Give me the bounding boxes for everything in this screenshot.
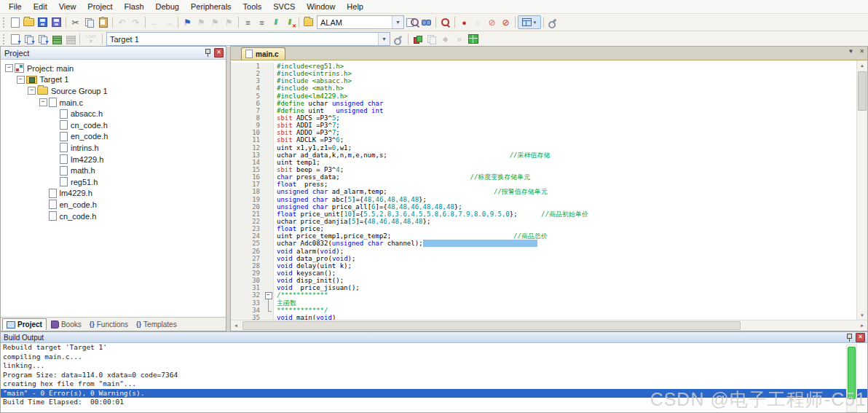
indent-button[interactable]: ≡ [255, 16, 269, 28]
pin-icon[interactable] [205, 49, 211, 57]
menu-debug[interactable]: Debug [150, 1, 185, 12]
new-file-button[interactable] [8, 16, 22, 28]
manage-rte-button[interactable] [411, 33, 425, 45]
scroll-right-icon[interactable]: ► [857, 320, 867, 331]
find-in-files-dialog-button[interactable] [438, 16, 452, 28]
pack-installer-button[interactable] [466, 33, 480, 45]
menu-flash[interactable]: Flash [119, 1, 150, 12]
code-line-28[interactable]: 28void delay(uint k); [231, 262, 857, 270]
navigate-forward-button[interactable]: → [162, 16, 175, 28]
code-line-13[interactable]: 13uchar ad_data,k,n,m,e,num,s; //采样值存储 [231, 152, 857, 159]
code-line-23[interactable]: 23float price; [231, 225, 857, 232]
panel-tab-project[interactable]: Project [2, 318, 47, 330]
code-area[interactable]: 1#include<reg51.h>2#include<intrins.h>3#… [231, 60, 867, 320]
menu-peripherals[interactable]: Peripherals [185, 1, 237, 12]
code-line-33[interactable]: 33主函数 [231, 299, 857, 307]
code-line-4[interactable]: 4#include <math.h> [231, 84, 857, 92]
menu-edit[interactable]: Edit [28, 1, 53, 12]
tab-main-c[interactable]: main.c [241, 47, 285, 60]
expander-icon[interactable]: − [5, 64, 13, 72]
code-line-8[interactable]: 8sbit ADCS =P3^5; [231, 114, 857, 122]
scroll-up-icon[interactable]: ▲ [857, 60, 867, 70]
build-button[interactable]: ▼ [22, 33, 36, 45]
expander-icon[interactable]: − [17, 76, 25, 84]
code-line-26[interactable]: 26void alarm(void); [231, 248, 857, 255]
tree-item-source-group-1[interactable]: −Source Group 1 [1, 85, 226, 97]
find-button[interactable] [406, 16, 419, 28]
close-tab-icon[interactable]: ✕ [859, 48, 864, 55]
select-software-packs-button[interactable]: ◆ [438, 33, 452, 45]
tree-item-target-1[interactable]: −Target 1 [1, 74, 226, 86]
expander-icon[interactable]: − [39, 98, 47, 106]
file-extensions-button[interactable]: » [452, 33, 466, 45]
options-for-target-button[interactable] [392, 33, 406, 45]
uncomment-button[interactable]: //✕ [283, 16, 296, 28]
search-dropdown-button[interactable]: ▼ [392, 16, 403, 28]
code-line-31[interactable]: 31void price_jisuan(); [231, 284, 857, 291]
code-line-9[interactable]: 9sbit ADDI =P3^7; [231, 122, 857, 129]
menu-svcs[interactable]: SVCS [267, 1, 301, 12]
code-line-5[interactable]: 5#include<lm4229.h> [231, 93, 857, 100]
code-line-6[interactable]: 6#define uchar unsigned char [231, 100, 857, 107]
translate-button[interactable]: ▼ [8, 33, 22, 45]
close-icon[interactable]: ✕ [856, 333, 865, 342]
navigate-back-button[interactable]: ← [148, 16, 162, 28]
save-button[interactable] [36, 16, 50, 28]
save-all-button[interactable] [50, 16, 63, 28]
code-line-2[interactable]: 2#include<intrins.h> [231, 70, 857, 77]
code-line-1[interactable]: 1#include<reg51.h> [231, 63, 857, 70]
close-icon[interactable]: ✕ [214, 48, 224, 58]
code-line-16[interactable]: 16char press_data; //标度变换存储单元 [231, 173, 857, 181]
code-line-34[interactable]: 34************/ [231, 307, 857, 314]
tree-item-project-main[interactable]: −Project: main [1, 63, 226, 74]
code-line-3[interactable]: 3#include <absacc.h> [231, 77, 857, 84]
open-file-button[interactable] [22, 16, 36, 28]
disable-all-breakpoints-button[interactable]: ⊘ [485, 16, 499, 28]
comment-button[interactable]: // [269, 16, 283, 28]
code-line-19[interactable]: 19unsigned char abc[5]={48,46,48,48,48}; [231, 196, 857, 203]
code-line-7[interactable]: 7#define uint unsigned int [231, 107, 857, 114]
insert-bookmark-button[interactable]: ⚑ [181, 16, 194, 28]
tree-item-en-code-h[interactable]: en_code.h [1, 199, 226, 211]
tree-item-lm4229-h[interactable]: lm4229.h [1, 188, 226, 200]
editor-horizontal-scrollbar[interactable]: ◄ ► [231, 320, 867, 331]
copy-button[interactable] [82, 16, 96, 28]
menu-window[interactable]: Window [301, 1, 341, 12]
code-line-12[interactable]: 12uint x1,y1,z1=0,w1; [231, 144, 857, 152]
code-line-22[interactable]: 22uchar price_danjia[5]={48,46,48,48,48}… [231, 218, 857, 225]
window-layout-button[interactable]: ▼ [518, 15, 541, 29]
code-line-35[interactable]: 35void main(void) [231, 314, 857, 320]
find-in-files-button[interactable] [301, 16, 315, 28]
menu-project[interactable]: Project [82, 1, 118, 12]
code-line-24[interactable]: 24uint price_temp1,price_temp2; //商品总价 [231, 232, 857, 240]
expander-icon[interactable]: − [28, 87, 36, 95]
menu-tools[interactable]: Tools [237, 1, 268, 12]
panel-tab-books[interactable]: Books [47, 319, 85, 330]
menu-help[interactable]: Help [341, 1, 369, 12]
manage-project-items-button[interactable] [425, 33, 438, 45]
tree-item-absacc-h[interactable]: absacc.h [1, 108, 226, 119]
menu-view[interactable]: View [53, 1, 82, 12]
tree-item-reg51-h[interactable]: reg51.h [1, 176, 226, 188]
code-line-18[interactable]: 18unsigned char ad_alarm,temp; //报警值存储单元 [231, 188, 857, 195]
cut-button[interactable]: ✂ [68, 16, 82, 28]
search-combobox[interactable]: ALAM ▼ [317, 15, 404, 29]
code-line-11[interactable]: 11sbit ADCLK =P3^6; [231, 136, 857, 143]
code-line-30[interactable]: 30void disp_init(); [231, 277, 857, 284]
pin-icon[interactable] [846, 334, 853, 342]
scroll-left-icon[interactable]: ◄ [231, 320, 241, 331]
clear-bookmarks-button[interactable]: ⚑ [222, 16, 236, 28]
code-line-15[interactable]: 15sbit beep = P3^4; [231, 166, 857, 173]
undo-button[interactable]: ↶ [115, 16, 129, 28]
target-combobox[interactable]: Target 1 ▼ [106, 32, 390, 46]
tree-item-main-c[interactable]: −main.c [1, 97, 226, 109]
tree-item-cn-code-h[interactable]: cn_code.h [1, 119, 226, 131]
code-line-17[interactable]: 17float press; [231, 181, 857, 188]
horizontal-scroll-thumb[interactable] [242, 321, 741, 330]
editor-vertical-scrollbar[interactable]: ▲ ▼ [856, 60, 867, 320]
panel-tab-functions[interactable]: {}Functions [86, 319, 132, 330]
code-line-25[interactable]: 25uchar Adc0832(unsigned char channel); [231, 240, 857, 247]
incremental-find-button[interactable] [419, 16, 433, 28]
configure-button[interactable] [546, 16, 560, 28]
tree-item-lm4229-h[interactable]: lm4229.h [1, 154, 226, 165]
